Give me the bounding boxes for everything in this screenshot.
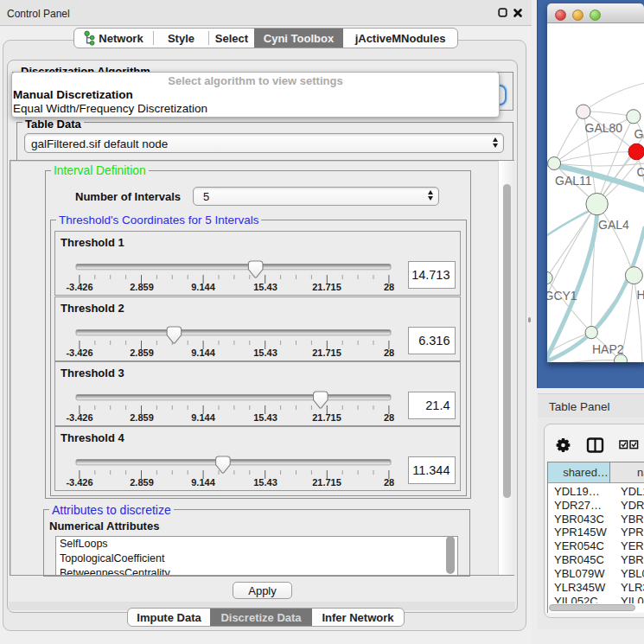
svg-text:HAP2: HAP2 — [592, 342, 624, 356]
svg-text:GCY1: GCY1 — [547, 289, 577, 303]
svg-text:GAL11: GAL11 — [555, 174, 592, 188]
svg-text:GA: GA — [634, 127, 644, 141]
svg-text:CY: CY — [637, 165, 644, 179]
svg-text:GAL80: GAL80 — [585, 121, 623, 135]
svg-text:GAL4: GAL4 — [598, 218, 629, 232]
svg-text:H: H — [637, 288, 644, 302]
